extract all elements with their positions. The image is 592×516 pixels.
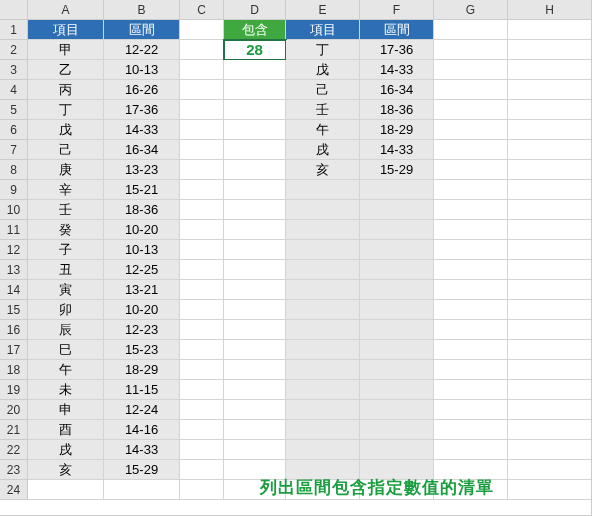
cell-F9[interactable] (360, 180, 434, 200)
cell-H17[interactable] (508, 340, 592, 360)
cell-E2[interactable]: 丁 (286, 40, 360, 60)
cell-A14[interactable]: 寅 (28, 280, 104, 300)
cell-D11[interactable] (224, 220, 286, 240)
cell-B22[interactable]: 14-33 (104, 440, 180, 460)
cell-A22[interactable]: 戌 (28, 440, 104, 460)
cell-G20[interactable] (434, 400, 508, 420)
row-header-13[interactable]: 13 (0, 260, 28, 280)
cell-C6[interactable] (180, 120, 224, 140)
cell-H6[interactable] (508, 120, 592, 140)
cell-E9[interactable] (286, 180, 360, 200)
row-header-6[interactable]: 6 (0, 120, 28, 140)
cell-B20[interactable]: 12-24 (104, 400, 180, 420)
cell-C4[interactable] (180, 80, 224, 100)
cell-C8[interactable] (180, 160, 224, 180)
cell-A11[interactable]: 癸 (28, 220, 104, 240)
cell-H10[interactable] (508, 200, 592, 220)
cell-A21[interactable]: 酉 (28, 420, 104, 440)
cell-F21[interactable] (360, 420, 434, 440)
cell-D14[interactable] (224, 280, 286, 300)
cell-H7[interactable] (508, 140, 592, 160)
cell-E20[interactable] (286, 400, 360, 420)
cell-G8[interactable] (434, 160, 508, 180)
row-headers[interactable]: 123456789101112131415161718192021222324 (0, 20, 28, 500)
cell-H1[interactable] (508, 20, 592, 40)
cell-E3[interactable]: 戊 (286, 60, 360, 80)
cell-D7[interactable] (224, 140, 286, 160)
cell-E19[interactable] (286, 380, 360, 400)
cell-C9[interactable] (180, 180, 224, 200)
cell-B24[interactable] (104, 480, 180, 500)
cell-B7[interactable]: 16-34 (104, 140, 180, 160)
cell-E6[interactable]: 午 (286, 120, 360, 140)
row-header-20[interactable]: 20 (0, 400, 28, 420)
cell-F12[interactable] (360, 240, 434, 260)
cell-H21[interactable] (508, 420, 592, 440)
cell-C23[interactable] (180, 460, 224, 480)
cell-E4[interactable]: 己 (286, 80, 360, 100)
cell-C24[interactable] (180, 480, 224, 500)
cell-B6[interactable]: 14-33 (104, 120, 180, 140)
cell-D2[interactable]: 28 (224, 40, 286, 60)
col-header-H[interactable]: H (508, 0, 592, 20)
cell-G21[interactable] (434, 420, 508, 440)
cell-E11[interactable] (286, 220, 360, 240)
cell-H8[interactable] (508, 160, 592, 180)
cell-A9[interactable]: 辛 (28, 180, 104, 200)
col-header-F[interactable]: F (360, 0, 434, 20)
row-header-11[interactable]: 11 (0, 220, 28, 240)
cell-F20[interactable] (360, 400, 434, 420)
cell-E15[interactable] (286, 300, 360, 320)
cell-A24[interactable] (28, 480, 104, 500)
cell-F22[interactable] (360, 440, 434, 460)
cell-H16[interactable] (508, 320, 592, 340)
cell-A10[interactable]: 壬 (28, 200, 104, 220)
cell-G1[interactable] (434, 20, 508, 40)
cell-E8[interactable]: 亥 (286, 160, 360, 180)
cell-A2[interactable]: 甲 (28, 40, 104, 60)
cell-F11[interactable] (360, 220, 434, 240)
row-header-5[interactable]: 5 (0, 100, 28, 120)
cell-A1[interactable]: 項目 (28, 20, 104, 40)
cell-G4[interactable] (434, 80, 508, 100)
cell-A4[interactable]: 丙 (28, 80, 104, 100)
cell-D10[interactable] (224, 200, 286, 220)
cell-F19[interactable] (360, 380, 434, 400)
col-header-C[interactable]: C (180, 0, 224, 20)
cell-H11[interactable] (508, 220, 592, 240)
row-header-12[interactable]: 12 (0, 240, 28, 260)
cell-F7[interactable]: 14-33 (360, 140, 434, 160)
cell-E7[interactable]: 戌 (286, 140, 360, 160)
cell-H18[interactable] (508, 360, 592, 380)
cell-B15[interactable]: 10-20 (104, 300, 180, 320)
row-header-23[interactable]: 23 (0, 460, 28, 480)
cell-D5[interactable] (224, 100, 286, 120)
spreadsheet[interactable]: ABCDEFGH 1234567891011121314151617181920… (0, 0, 592, 516)
cell-G5[interactable] (434, 100, 508, 120)
col-header-E[interactable]: E (286, 0, 360, 20)
cell-C10[interactable] (180, 200, 224, 220)
cell-D6[interactable] (224, 120, 286, 140)
cell-H24[interactable] (508, 480, 592, 500)
col-header-B[interactable]: B (104, 0, 180, 20)
cell-G7[interactable] (434, 140, 508, 160)
cell-A3[interactable]: 乙 (28, 60, 104, 80)
cell-C3[interactable] (180, 60, 224, 80)
cell-C7[interactable] (180, 140, 224, 160)
cell-H12[interactable] (508, 240, 592, 260)
cell-D19[interactable] (224, 380, 286, 400)
cell-A15[interactable]: 卯 (28, 300, 104, 320)
cell-D8[interactable] (224, 160, 286, 180)
cell-F8[interactable]: 15-29 (360, 160, 434, 180)
cell-A7[interactable]: 己 (28, 140, 104, 160)
cell-F4[interactable]: 16-34 (360, 80, 434, 100)
row-header-16[interactable]: 16 (0, 320, 28, 340)
cell-B21[interactable]: 14-16 (104, 420, 180, 440)
cell-C14[interactable] (180, 280, 224, 300)
col-header-A[interactable]: A (28, 0, 104, 20)
cell-D9[interactable] (224, 180, 286, 200)
cell-A5[interactable]: 丁 (28, 100, 104, 120)
cell-D4[interactable] (224, 80, 286, 100)
cell-F3[interactable]: 14-33 (360, 60, 434, 80)
cell-B11[interactable]: 10-20 (104, 220, 180, 240)
